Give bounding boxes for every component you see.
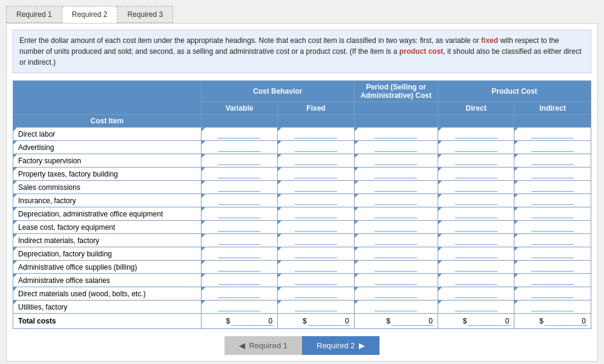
input-fixed[interactable] bbox=[295, 143, 337, 152]
cell-fixed[interactable] bbox=[278, 221, 355, 234]
input-indirect[interactable] bbox=[531, 156, 574, 165]
total-cell-variable[interactable]: $ bbox=[201, 314, 278, 329]
cell-direct[interactable] bbox=[438, 167, 514, 181]
cell-fixed[interactable] bbox=[278, 194, 355, 207]
input-indirect[interactable] bbox=[531, 236, 574, 245]
cell-direct[interactable] bbox=[438, 274, 514, 287]
cell-fixed[interactable] bbox=[278, 167, 355, 181]
input-fixed[interactable] bbox=[295, 236, 337, 245]
cell-direct[interactable] bbox=[438, 194, 514, 207]
input-fixed[interactable] bbox=[295, 262, 337, 271]
cell-indirect[interactable] bbox=[514, 274, 591, 287]
cell-indirect[interactable] bbox=[514, 301, 591, 314]
input-fixed[interactable] bbox=[295, 289, 337, 298]
input-variable[interactable] bbox=[218, 183, 260, 192]
input-period[interactable] bbox=[375, 223, 417, 232]
cell-fixed[interactable] bbox=[278, 141, 355, 154]
input-variable[interactable] bbox=[218, 236, 260, 245]
cell-variable[interactable] bbox=[201, 247, 278, 261]
cell-fixed[interactable] bbox=[278, 154, 355, 167]
cell-direct[interactable] bbox=[438, 301, 514, 314]
cell-indirect[interactable] bbox=[514, 167, 591, 181]
input-indirect[interactable] bbox=[531, 183, 574, 192]
input-direct[interactable] bbox=[455, 129, 497, 138]
total-cell-fixed[interactable]: $ bbox=[278, 314, 355, 329]
input-period[interactable] bbox=[375, 196, 417, 205]
input-direct[interactable] bbox=[455, 169, 497, 178]
input-variable[interactable] bbox=[218, 169, 260, 178]
cell-variable[interactable] bbox=[201, 181, 278, 194]
cell-variable[interactable] bbox=[201, 287, 278, 301]
cell-indirect[interactable] bbox=[514, 287, 591, 301]
input-period[interactable] bbox=[375, 236, 417, 245]
cell-variable[interactable] bbox=[201, 261, 278, 274]
input-direct[interactable] bbox=[455, 236, 497, 245]
input-variable[interactable] bbox=[218, 156, 260, 165]
input-indirect[interactable] bbox=[531, 129, 574, 138]
cell-variable[interactable] bbox=[201, 128, 278, 141]
input-variable[interactable] bbox=[218, 196, 260, 205]
cell-variable[interactable] bbox=[201, 167, 278, 181]
input-indirect[interactable] bbox=[531, 262, 574, 271]
input-fixed[interactable] bbox=[295, 209, 337, 218]
prev-button[interactable]: ◀ Required 1 bbox=[225, 336, 302, 355]
input-direct[interactable] bbox=[455, 183, 497, 192]
cell-period[interactable] bbox=[354, 301, 438, 314]
cell-fixed[interactable] bbox=[278, 128, 355, 141]
total-input-variable[interactable] bbox=[231, 317, 274, 326]
cell-direct[interactable] bbox=[438, 141, 514, 154]
input-direct[interactable] bbox=[455, 302, 497, 311]
input-period[interactable] bbox=[375, 209, 417, 218]
input-indirect[interactable] bbox=[531, 169, 574, 178]
cell-period[interactable] bbox=[354, 141, 438, 154]
input-variable[interactable] bbox=[218, 262, 260, 271]
cell-variable[interactable] bbox=[201, 194, 278, 207]
input-indirect[interactable] bbox=[531, 223, 574, 232]
input-variable[interactable] bbox=[218, 129, 260, 138]
cell-period[interactable] bbox=[354, 167, 438, 181]
cell-indirect[interactable] bbox=[514, 141, 591, 154]
cell-fixed[interactable] bbox=[278, 207, 355, 221]
cell-direct[interactable] bbox=[438, 181, 514, 194]
cell-fixed[interactable] bbox=[278, 274, 355, 287]
cell-variable[interactable] bbox=[201, 207, 278, 221]
cell-variable[interactable] bbox=[201, 234, 278, 247]
cell-variable[interactable] bbox=[201, 221, 278, 234]
input-direct[interactable] bbox=[455, 276, 497, 285]
input-indirect[interactable] bbox=[531, 276, 574, 285]
input-indirect[interactable] bbox=[531, 143, 574, 152]
input-period[interactable] bbox=[375, 183, 417, 192]
cell-variable[interactable] bbox=[201, 301, 278, 314]
input-period[interactable] bbox=[375, 302, 417, 311]
cell-fixed[interactable] bbox=[278, 247, 355, 261]
input-variable[interactable] bbox=[218, 209, 260, 218]
total-input-indirect[interactable] bbox=[545, 317, 587, 326]
cell-period[interactable] bbox=[354, 234, 438, 247]
cell-indirect[interactable] bbox=[514, 261, 591, 274]
cell-indirect[interactable] bbox=[514, 128, 591, 141]
input-indirect[interactable] bbox=[531, 249, 574, 258]
cell-indirect[interactable] bbox=[514, 234, 591, 247]
input-fixed[interactable] bbox=[295, 223, 337, 232]
input-direct[interactable] bbox=[455, 249, 497, 258]
cell-fixed[interactable] bbox=[278, 287, 355, 301]
input-period[interactable] bbox=[375, 143, 417, 152]
cell-indirect[interactable] bbox=[514, 207, 591, 221]
input-variable[interactable] bbox=[218, 249, 260, 258]
input-fixed[interactable] bbox=[295, 183, 337, 192]
cell-period[interactable] bbox=[354, 181, 438, 194]
input-fixed[interactable] bbox=[295, 196, 337, 205]
cell-period[interactable] bbox=[354, 247, 438, 261]
cell-variable[interactable] bbox=[201, 274, 278, 287]
cell-direct[interactable] bbox=[438, 261, 514, 274]
input-variable[interactable] bbox=[218, 143, 260, 152]
cell-period[interactable] bbox=[354, 194, 438, 207]
cell-period[interactable] bbox=[354, 261, 438, 274]
cell-direct[interactable] bbox=[438, 221, 514, 234]
cell-period[interactable] bbox=[354, 207, 438, 221]
total-cell-indirect[interactable]: $ bbox=[514, 314, 591, 329]
input-direct[interactable] bbox=[455, 223, 497, 232]
next-button[interactable]: Required 2 ▶ bbox=[302, 336, 379, 355]
input-direct[interactable] bbox=[455, 196, 497, 205]
input-fixed[interactable] bbox=[295, 156, 337, 165]
